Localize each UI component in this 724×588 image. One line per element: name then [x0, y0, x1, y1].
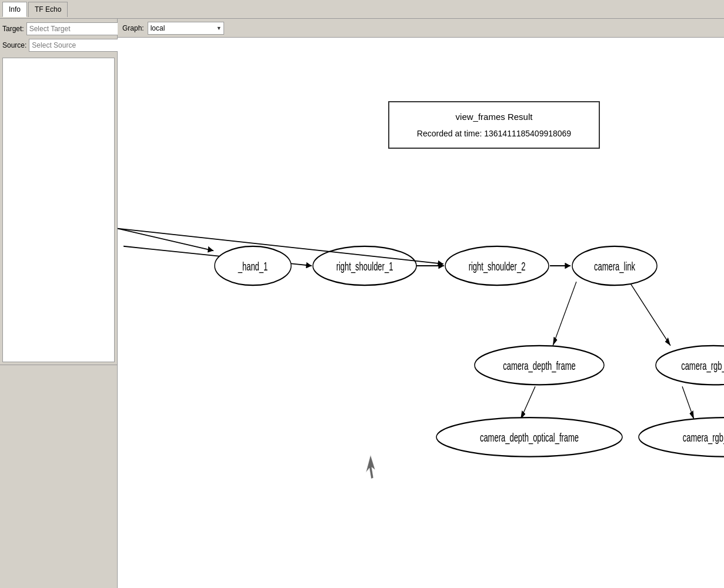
graph-select-wrapper: local global	[148, 22, 224, 35]
svg-line-4	[553, 282, 576, 346]
left-form: Target: Source:	[0, 19, 117, 55]
svg-text:camera_depth_optical_frame: camera_depth_optical_frame	[480, 431, 579, 444]
graph-svg: _hand_1 right_shoulder_1 right_shoulder_…	[118, 38, 724, 588]
source-input[interactable]	[29, 39, 123, 52]
svg-line-5	[629, 282, 670, 346]
svg-marker-26	[366, 455, 375, 479]
svg-text:camera_rgb_frame: camera_rgb_frame	[681, 359, 724, 372]
target-label: Target:	[2, 25, 24, 33]
svg-text:right_shoulder_2: right_shoulder_2	[469, 260, 526, 273]
svg-line-6	[521, 386, 535, 419]
source-row: Source:	[2, 39, 115, 52]
tab-tf-echo[interactable]: TF Echo	[28, 2, 68, 17]
tab-bar: Info TF Echo	[0, 0, 724, 19]
graph-bar: Graph: local global	[118, 19, 724, 38]
target-input[interactable]	[26, 22, 121, 35]
svg-text:camera_rgb_optical_frame: camera_rgb_optical_frame	[683, 431, 724, 444]
graph-area: Graph: local global view_frames Result R…	[118, 19, 724, 588]
svg-line-7	[682, 386, 694, 419]
svg-text:right_shoulder_1: right_shoulder_1	[336, 260, 393, 273]
svg-text:_hand_1: _hand_1	[238, 260, 268, 273]
source-label: Source:	[2, 41, 26, 49]
content-area: Target: Source: Graph: local global	[0, 19, 724, 588]
left-bottom-panel	[0, 365, 117, 588]
tab-info[interactable]: Info	[2, 2, 27, 17]
svg-text:camera_depth_frame: camera_depth_frame	[503, 359, 575, 372]
graph-select[interactable]: local global	[148, 22, 224, 35]
main-container: Info TF Echo Target: Source: G	[0, 0, 724, 588]
svg-text:camera_link: camera_link	[594, 260, 636, 273]
graph-label: Graph:	[122, 24, 144, 32]
left-panel: Target: Source:	[0, 19, 118, 588]
target-row: Target:	[2, 22, 115, 35]
info-textarea[interactable]	[2, 58, 115, 362]
